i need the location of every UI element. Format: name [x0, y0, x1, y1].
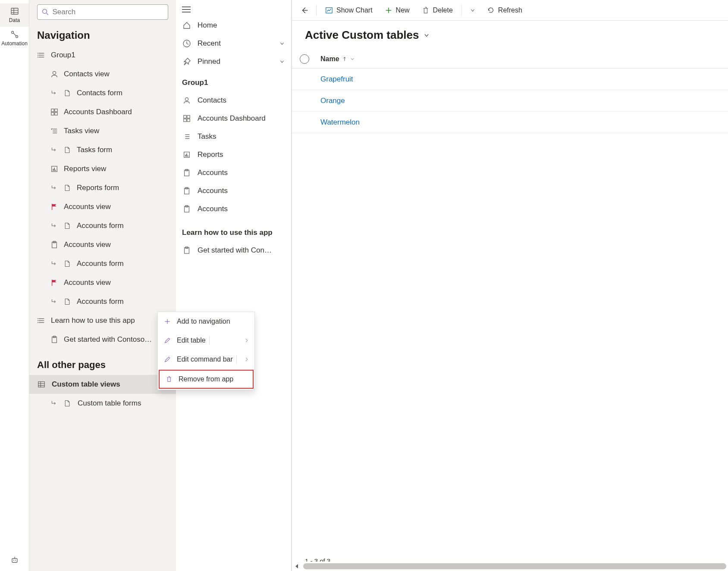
- svg-rect-49: [184, 115, 186, 118]
- sitemap-reports[interactable]: Reports: [176, 146, 291, 164]
- tree-reports-view[interactable]: Reports view: [29, 159, 176, 178]
- sitemap-recent[interactable]: Recent: [176, 34, 291, 53]
- person-icon: [182, 97, 191, 104]
- clipboard-icon: [182, 246, 191, 254]
- scroll-left-button[interactable]: [292, 562, 301, 571]
- search-box[interactable]: [37, 4, 168, 20]
- document-icon: [63, 89, 72, 97]
- select-all-checkbox[interactable]: [300, 54, 309, 64]
- svg-rect-27: [53, 169, 53, 171]
- all-custom-forms[interactable]: Custom table forms: [29, 394, 176, 413]
- tree-accounts-view-2[interactable]: Accounts view: [29, 235, 176, 254]
- tree-accounts-dashboard[interactable]: Accounts Dashboard: [29, 103, 176, 122]
- show-chart-button[interactable]: Show Chart: [320, 3, 378, 18]
- sitemap-label: Accounts: [198, 205, 228, 213]
- left-rail: Data Automation: [0, 0, 29, 571]
- sitemap-label: Accounts: [198, 187, 228, 195]
- tree-label: Accounts form: [77, 259, 124, 268]
- svg-point-17: [38, 57, 38, 58]
- grid-row[interactable]: Grapefruit: [292, 69, 728, 90]
- tree-label: Accounts Dashboard: [64, 108, 132, 116]
- sitemap-accounts-1[interactable]: Accounts: [176, 164, 291, 182]
- svg-rect-20: [55, 109, 57, 112]
- tree-group1[interactable]: Group1: [29, 46, 176, 65]
- tree-get-started[interactable]: Get started with Contoso… ···: [29, 330, 176, 349]
- sitemap-label: Contacts: [198, 96, 226, 105]
- refresh-icon: [487, 6, 495, 14]
- ctx-edit-table[interactable]: Edit table: [158, 331, 254, 350]
- ctx-edit-command-bar[interactable]: Edit command bar: [158, 350, 254, 369]
- rail-automation-label: Automation: [1, 41, 28, 47]
- chevron-right-icon: [244, 338, 249, 343]
- tree-accounts-form-2[interactable]: Accounts form: [29, 254, 176, 273]
- record-link[interactable]: Watermelon: [320, 118, 360, 127]
- svg-rect-50: [187, 115, 190, 118]
- view-selector[interactable]: Active Custom tables: [292, 21, 728, 50]
- all-custom-views[interactable]: Custom table views ···: [29, 375, 176, 394]
- record-link[interactable]: Orange: [320, 97, 345, 105]
- tree-learn[interactable]: Learn how to use this app: [29, 311, 176, 330]
- svg-point-4: [11, 31, 13, 34]
- svg-point-10: [43, 9, 47, 13]
- sitemap-tasks[interactable]: Tasks: [176, 128, 291, 146]
- search-input[interactable]: [52, 8, 163, 16]
- tree-contacts-form[interactable]: Contacts form: [29, 84, 176, 103]
- separator: [209, 336, 210, 345]
- new-button[interactable]: New: [380, 3, 415, 18]
- scroll-track[interactable]: [303, 563, 726, 569]
- flag-icon: [50, 203, 59, 211]
- svg-rect-52: [187, 119, 190, 122]
- sitemap-label: Recent: [198, 39, 221, 48]
- ctx-add-navigation[interactable]: Add to navigation: [158, 312, 254, 331]
- document-icon: [63, 146, 72, 154]
- hamburger-button[interactable]: [176, 3, 291, 16]
- column-header-name[interactable]: Name: [320, 55, 355, 63]
- tree-accounts-view-1[interactable]: Accounts view: [29, 197, 176, 216]
- person-icon: [50, 70, 59, 78]
- sitemap-contacts[interactable]: Contacts: [176, 91, 291, 109]
- ctx-remove-from-app[interactable]: Remove from app: [159, 370, 254, 389]
- tree-reports-form[interactable]: Reports form: [29, 178, 176, 197]
- rail-data[interactable]: Data: [0, 3, 29, 27]
- pencil-icon: [163, 356, 172, 363]
- record-link[interactable]: Grapefruit: [320, 75, 353, 84]
- sitemap-panel: Home Recent Pinned Group1 Contacts Accou…: [176, 0, 292, 571]
- sitemap-label: Tasks: [198, 132, 216, 141]
- rail-automation[interactable]: Automation: [0, 27, 29, 50]
- delete-button[interactable]: Delete: [417, 3, 458, 18]
- tree-tasks-view[interactable]: Tasks view: [29, 122, 176, 140]
- delete-dropdown[interactable]: [465, 3, 480, 18]
- grid-row[interactable]: Watermelon: [292, 112, 728, 133]
- scroll-thumb[interactable]: [303, 563, 726, 569]
- list-icon: [50, 127, 59, 135]
- tree-tasks-form[interactable]: Tasks form: [29, 140, 176, 159]
- sitemap-get-started[interactable]: Get started with Con…: [176, 241, 291, 259]
- separator: [236, 355, 237, 364]
- horizontal-scrollbar[interactable]: [292, 562, 728, 571]
- grid-header: Name: [292, 50, 728, 69]
- sitemap-accounts-dashboard[interactable]: Accounts Dashboard: [176, 109, 291, 128]
- tree-accounts-view-3[interactable]: Accounts view: [29, 273, 176, 292]
- tree-contacts-view[interactable]: Contacts view: [29, 65, 176, 84]
- sitemap-label: Home: [198, 21, 217, 30]
- view-title-text: Active Custom tables: [305, 28, 419, 42]
- all-other-title: All other pages: [29, 349, 176, 375]
- separator: [316, 5, 317, 16]
- col-label: Name: [320, 55, 339, 63]
- sitemap-pinned[interactable]: Pinned: [176, 53, 291, 71]
- refresh-button[interactable]: Refresh: [482, 3, 527, 18]
- tree-accounts-form-1[interactable]: Accounts form: [29, 216, 176, 235]
- sitemap-accounts-3[interactable]: Accounts: [176, 200, 291, 218]
- grid-row[interactable]: Orange: [292, 90, 728, 112]
- ctx-label: Edit table: [177, 337, 206, 344]
- clipboard-icon: [182, 169, 191, 177]
- clipboard-icon: [50, 240, 59, 249]
- back-button[interactable]: [296, 3, 313, 18]
- tree-accounts-form-3[interactable]: Accounts form: [29, 292, 176, 311]
- sitemap-label: Accounts Dashboard: [198, 114, 266, 123]
- tree-label: Tasks form: [77, 146, 112, 154]
- sitemap-home[interactable]: Home: [176, 16, 291, 34]
- rail-bot[interactable]: [0, 552, 29, 568]
- tree-label: Accounts form: [77, 222, 124, 230]
- sitemap-accounts-2[interactable]: Accounts: [176, 182, 291, 200]
